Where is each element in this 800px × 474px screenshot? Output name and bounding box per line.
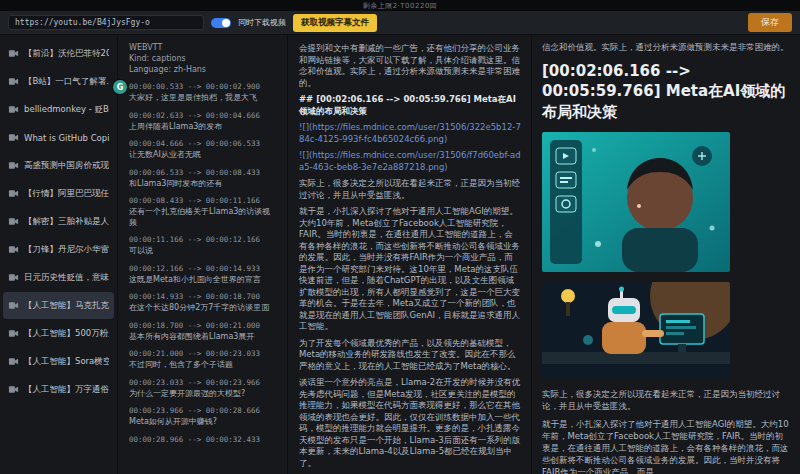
video-camera-icon — [8, 48, 19, 59]
cue-text: 和Llama3同时发布的还有 — [129, 179, 277, 190]
video-camera-icon — [8, 132, 19, 143]
sidebar-item[interactable]: 【人工智能】Sora横空… — [3, 348, 114, 375]
cue-text: 可以说 — [129, 246, 277, 257]
markdown-editor[interactable]: 会提到和文中有删减的一些广告，还有他们分享的公司业务和网站链接等，大家可以下载了… — [289, 35, 532, 474]
preview-paragraph: 就于是，小扎深入探讨了他对于通用人工智能AGI的期望。大约10年前，Meta创立… — [542, 418, 791, 474]
sidebar-item-label: What is GitHub Copilot… — [24, 133, 109, 143]
cue-timestamp: 00:00:23.033 --> 00:00:23.966 — [129, 378, 277, 388]
video-url-input[interactable] — [8, 15, 204, 30]
floating-avatar-badge[interactable]: G — [113, 80, 127, 94]
robot-at-computer-illustration-image — [542, 282, 730, 378]
video-camera-icon — [8, 104, 19, 115]
app-window: 剩余上限2·T00220回 同时下载视频 获取视频字幕文件 保存 【前沿】沃伦巴… — [0, 0, 800, 474]
sidebar-item[interactable]: 【行情】阿里巴巴现任… — [3, 180, 114, 207]
cue-timestamp: 00:00:28.966 --> 00:00:32.433 — [129, 435, 277, 445]
sidebar-item-label: 【人工智能】500万粉丝… — [24, 328, 109, 340]
sidebar-item-label: belliedmonkey - 贬B7… — [24, 104, 109, 116]
editor-paragraph: 实际上，很多决定之所以现在看起来正常，正是因为当初经过讨论，并且从中受益匪浅。 — [299, 178, 521, 201]
sidebar-item[interactable]: 【前沿】沃伦巴菲特20… — [3, 40, 114, 67]
video-camera-icon — [8, 216, 19, 227]
video-camera-icon — [8, 300, 19, 311]
sidebar-item-label: 【前沿】沃伦巴菲特20… — [24, 48, 109, 60]
sidebar-item-label: 【人工智能】Sora横空… — [24, 356, 109, 368]
cue-timestamp: 00:00:14.933 --> 00:00:18.700 — [129, 292, 277, 302]
toggle-label: 同时下载视频 — [238, 17, 286, 28]
subtitle-cue: 00:00:08.433 --> 00:00:11.166还有一个扎克伯格关于L… — [129, 196, 277, 228]
preview-paragraph: 实际上，很多决定之所以现在看起来正常，正是因为当初经过讨论，并且从中受益匪浅。 — [542, 388, 791, 412]
editor-image-link: ![](https://files.mdnice.com/user/31506/… — [299, 150, 521, 173]
video-list-sidebar[interactable]: 【前沿】沃伦巴菲特20… 【B站】一口气了解署… belliedmonkey -… — [0, 35, 118, 474]
cue-timestamp: 00:00:00.533 --> 00:00:02.900 — [129, 82, 277, 92]
sidebar-item-label: 【刀锋】丹尼尔小华雷… — [24, 244, 109, 256]
sidebar-item-label: 【解密】三胎补贴是人… — [24, 216, 109, 228]
sidebar-item-selected[interactable]: 【人工智能】马克扎克… — [3, 292, 114, 319]
subtitle-cue: 00:00:11.166 --> 00:00:12.166可以说 — [129, 235, 277, 257]
subtitle-cue: 00:00:06.533 --> 00:00:08.433和Llama3同时发布… — [129, 168, 277, 190]
video-camera-icon — [8, 328, 19, 339]
sidebar-item[interactable]: 【人工智能】500万粉丝… — [3, 320, 114, 347]
sidebar-item-label: 【人工智能】马克扎克… — [24, 300, 109, 312]
cue-text: 在这个长达80分钟2万7千字的访谈里面 — [129, 303, 277, 314]
sidebar-item-label: 高盛预测中国房价或现… — [24, 160, 109, 172]
subtitle-cue: 00:00:23.033 --> 00:00:23.966为什么一定要开源最强的… — [129, 378, 277, 400]
subtitle-cue: 00:00:28.966 --> 00:00:32.433 — [129, 435, 277, 445]
ai-woman-illustration-image — [542, 132, 730, 272]
cue-timestamp: 00:00:06.533 --> 00:00:08.433 — [129, 168, 277, 178]
editor-image-link: ![](https://files.mdnice.com/user/31506/… — [299, 122, 521, 145]
webvtt-line: Language: zh-Hans — [129, 64, 277, 75]
editor-paragraph: 为了开发每个领域最优秀的产品，以及领先的基础模型，Meta的移动业务的研发路线也… — [299, 338, 521, 373]
sidebar-item[interactable]: What is GitHub Copilot… — [3, 124, 114, 151]
fetch-subtitles-button[interactable]: 获取视频字幕文件 — [293, 14, 377, 32]
subtitle-cue: 00:00:04.666 --> 00:00:06.533让无数AI从业者无眠 — [129, 139, 277, 161]
sidebar-item[interactable]: 【解密】三胎补贴是人… — [3, 208, 114, 235]
cue-timestamp: 00:00:18.700 --> 00:00:21.000 — [129, 321, 277, 331]
cue-text: 为什么一定要开源最强的大模型? — [129, 389, 277, 400]
editor-paragraph: 谈话里一个意外的亮点是，Llama-2在开发的时候并没有优先考虑代码问题，但是M… — [299, 377, 521, 469]
cue-text: 让无数AI从业者无眠 — [129, 150, 277, 161]
preview-paragraph-tail: 信念和价值观。实际上，通过分析来源做预测未来是非常困难的。 — [542, 41, 791, 53]
sidebar-item[interactable]: 高盛预测中国房价或现… — [3, 152, 114, 179]
subtitle-source-panel[interactable]: WEBVTT Kind: captions Language: zh-Hans … — [119, 35, 288, 474]
subtitle-cue: 00:00:14.933 --> 00:00:18.700在这个长达80分钟2万… — [129, 292, 277, 314]
cue-text: 这既是Meta和小扎面向全世界的宣言 — [129, 275, 277, 286]
sidebar-item[interactable]: 【刀锋】丹尼尔小华雷… — [3, 236, 114, 263]
sidebar-item[interactable]: 日元历史性贬值，意味… — [3, 264, 114, 291]
sidebar-item[interactable]: 【B站】一口气了解署… — [3, 68, 114, 95]
cue-timestamp: 00:00:23.966 --> 00:00:28.666 — [129, 406, 277, 416]
subtitle-cue: 00:00:12.166 --> 00:00:14.933这既是Meta和小扎面… — [129, 264, 277, 286]
editor-paragraph: 就于是，小扎深入探讨了他对于通用人工智能AGI的期望。大约10年前，Meta创立… — [299, 206, 521, 333]
video-camera-icon — [8, 356, 19, 367]
cue-text: 上周伴随着Llama3的发布 — [129, 122, 277, 133]
cue-timestamp: 00:00:02.633 --> 00:00:04.666 — [129, 111, 277, 121]
video-camera-icon — [8, 244, 19, 255]
cue-text: 不过同时，包含了多个子话题 — [129, 360, 277, 371]
subtitle-cue: 00:00:23.966 --> 00:00:28.666Meta如何从开源中赚… — [129, 406, 277, 428]
article-preview-panel[interactable]: 信念和价值观。实际上，通过分析来源做预测未来是非常困难的。 [00:02:06.… — [533, 35, 800, 474]
cue-timestamp: 00:00:04.666 --> 00:00:06.533 — [129, 139, 277, 149]
window-title: 剩余上限2·T00220回 — [363, 1, 438, 11]
sidebar-item-label: 【B站】一口气了解署… — [24, 76, 109, 88]
subtitle-cue: 00:00:18.700 --> 00:00:21.000基本所有内容都围绕着L… — [129, 321, 277, 343]
save-button[interactable]: 保存 — [748, 13, 792, 32]
subtitle-cue: 00:00:02.633 --> 00:00:04.666上周伴随着Llama3… — [129, 111, 277, 133]
download-video-toggle[interactable] — [211, 18, 231, 28]
cue-text: Meta如何从开源中赚钱? — [129, 417, 277, 428]
sidebar-item-label: 【行情】阿里巴巴现任… — [24, 188, 109, 200]
sidebar-item[interactable]: 【人工智能】万字通俗… — [3, 376, 114, 403]
video-camera-icon — [8, 76, 19, 87]
editor-heading: ## [00:02:06.166 --> 00:05:59.766] Meta在… — [299, 94, 521, 117]
video-camera-icon — [8, 272, 19, 283]
sidebar-item[interactable]: belliedmonkey - 贬B7… — [3, 96, 114, 123]
webvtt-line: WEBVTT — [129, 42, 277, 53]
sidebar-item-label: 日元历史性贬值，意味… — [24, 272, 109, 284]
preview-section-heading: [00:02:06.166 --> 00:05:59.766] Meta在AI领… — [542, 61, 791, 122]
editor-paragraph: 会提到和文中有删减的一些广告，还有他们分享的公司业务和网站链接等，大家可以下载了… — [299, 43, 521, 89]
cue-timestamp: 00:00:11.166 --> 00:00:12.166 — [129, 235, 277, 245]
video-camera-icon — [8, 160, 19, 171]
toggle-knob-icon — [222, 19, 230, 27]
cue-text: 还有一个扎克伯格关于Llama3的访谈视频 — [129, 207, 277, 228]
subtitle-cue: 00:00:00.533 --> 00:00:02.900大家好，这里是最佳拍档… — [129, 82, 277, 104]
cue-text: 基本所有内容都围绕着Llama3展开 — [129, 332, 277, 343]
window-titlebar: 剩余上限2·T00220回 — [0, 0, 800, 11]
video-camera-icon — [8, 384, 19, 395]
